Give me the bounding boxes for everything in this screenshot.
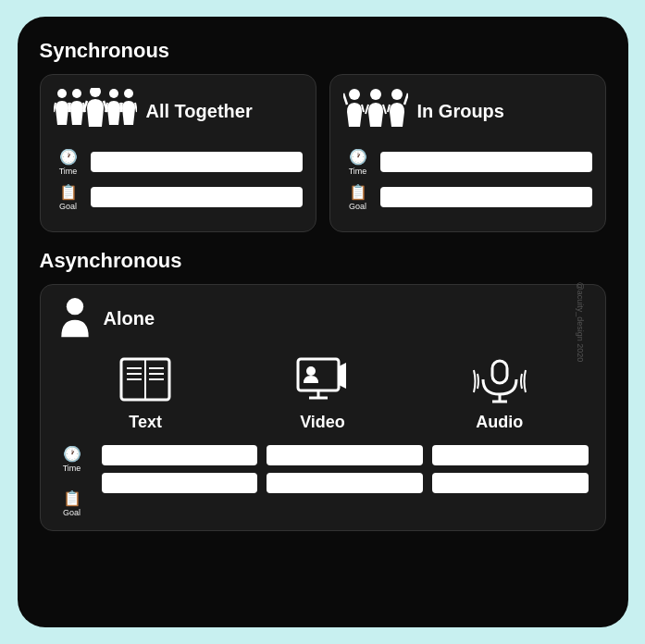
goal-icon-1: 📋 bbox=[59, 183, 78, 201]
all-together-header: All Together bbox=[54, 88, 303, 135]
async-goal-label: Goal bbox=[63, 508, 81, 517]
watermark: @acuity_design 2020 bbox=[576, 282, 585, 363]
in-groups-time-icon-label: 🕐 Time bbox=[343, 148, 373, 176]
all-together-goal-input[interactable] bbox=[91, 187, 303, 207]
video-media-icon bbox=[290, 352, 354, 407]
in-groups-title: In Groups bbox=[417, 101, 504, 122]
svg-point-6 bbox=[90, 88, 101, 97]
in-groups-time-input[interactable] bbox=[380, 152, 592, 172]
async-time-inputs bbox=[102, 445, 589, 465]
clock-icon-1: 🕐 bbox=[59, 148, 78, 166]
all-together-goal-row: 📋 Goal bbox=[54, 183, 303, 211]
svg-point-18 bbox=[370, 89, 381, 100]
all-together-time-row: 🕐 Time bbox=[54, 148, 303, 176]
asynchronous-title: Asynchronous bbox=[40, 249, 606, 273]
async-goal-icon-label: 📋 Goal bbox=[57, 489, 87, 517]
svg-line-22 bbox=[388, 105, 390, 112]
async-inputs-grid bbox=[102, 445, 589, 493]
svg-line-14 bbox=[135, 103, 137, 112]
media-col-audio: Audio bbox=[411, 352, 588, 432]
svg-line-1 bbox=[54, 103, 56, 112]
alone-header: Alone bbox=[57, 298, 589, 339]
in-groups-goal-input[interactable] bbox=[380, 187, 592, 207]
in-groups-time-row: 🕐 Time bbox=[343, 148, 592, 176]
audio-label: Audio bbox=[476, 413, 523, 432]
svg-point-9 bbox=[109, 89, 118, 98]
svg-point-3 bbox=[72, 89, 81, 98]
all-together-goal-icon-label: 📋 Goal bbox=[54, 183, 83, 211]
text-time-input[interactable] bbox=[102, 445, 258, 465]
async-section: Asynchronous Alone bbox=[40, 249, 606, 531]
media-columns: Text bbox=[57, 352, 589, 432]
alone-person-icon bbox=[57, 298, 93, 339]
alone-title: Alone bbox=[104, 308, 155, 329]
all-together-card: All Together 🕐 Time 📋 Goal bbox=[40, 74, 316, 232]
video-goal-input[interactable] bbox=[267, 473, 423, 493]
svg-rect-37 bbox=[492, 361, 507, 383]
all-together-title: All Together bbox=[146, 101, 253, 122]
svg-point-34 bbox=[306, 366, 316, 376]
async-time-label: Time bbox=[63, 464, 81, 473]
in-groups-goal-row: 📋 Goal bbox=[343, 183, 592, 211]
in-groups-goal-icon-label: 📋 Goal bbox=[343, 183, 373, 211]
all-together-time-label: Time bbox=[59, 167, 78, 176]
goal-icon-3: 📋 bbox=[63, 489, 81, 507]
clock-icon-2: 🕐 bbox=[349, 148, 367, 166]
async-fields-row: 🕐 Time 📋 Goal bbox=[57, 445, 589, 517]
in-groups-people-icon bbox=[343, 88, 408, 135]
all-together-time-input[interactable] bbox=[91, 152, 303, 172]
in-groups-card: In Groups 🕐 Time 📋 Goal bbox=[329, 74, 606, 232]
async-goal-inputs bbox=[102, 473, 589, 493]
clock-icon-3: 🕐 bbox=[63, 445, 81, 463]
in-groups-goal-label: Goal bbox=[349, 202, 366, 211]
video-label: Video bbox=[300, 413, 345, 432]
media-col-text: Text bbox=[57, 352, 234, 432]
main-container: Synchronous bbox=[18, 17, 628, 627]
synchronous-title: Synchronous bbox=[40, 39, 606, 63]
all-together-people-icon bbox=[54, 88, 137, 135]
goal-icon-2: 📋 bbox=[349, 183, 367, 201]
audio-goal-input[interactable] bbox=[432, 473, 589, 493]
svg-line-16 bbox=[343, 93, 347, 105]
svg-line-19 bbox=[366, 105, 368, 114]
svg-line-23 bbox=[404, 93, 408, 105]
sync-row: All Together 🕐 Time 📋 Goal bbox=[40, 74, 606, 232]
async-time-icon-label: 🕐 Time bbox=[57, 445, 87, 473]
audio-media-icon bbox=[467, 352, 532, 407]
text-label: Text bbox=[129, 413, 162, 432]
svg-point-12 bbox=[124, 89, 133, 98]
svg-rect-33 bbox=[298, 359, 339, 390]
svg-point-24 bbox=[66, 298, 82, 315]
svg-line-17 bbox=[362, 105, 364, 112]
all-together-goal-label: Goal bbox=[59, 202, 77, 211]
async-card: Alone bbox=[40, 284, 606, 531]
video-time-input[interactable] bbox=[267, 445, 423, 465]
svg-line-20 bbox=[383, 105, 386, 114]
svg-point-21 bbox=[391, 89, 403, 100]
all-together-time-icon-label: 🕐 Time bbox=[54, 148, 83, 176]
svg-point-15 bbox=[349, 89, 360, 100]
text-goal-input[interactable] bbox=[102, 473, 258, 493]
in-groups-header: In Groups bbox=[343, 88, 592, 135]
media-col-video: Video bbox=[234, 352, 411, 432]
svg-point-0 bbox=[57, 89, 67, 98]
audio-time-input[interactable] bbox=[432, 445, 589, 465]
async-labels-col: 🕐 Time 📋 Goal bbox=[57, 445, 102, 517]
text-media-icon bbox=[113, 352, 178, 407]
in-groups-time-label: Time bbox=[349, 167, 367, 176]
